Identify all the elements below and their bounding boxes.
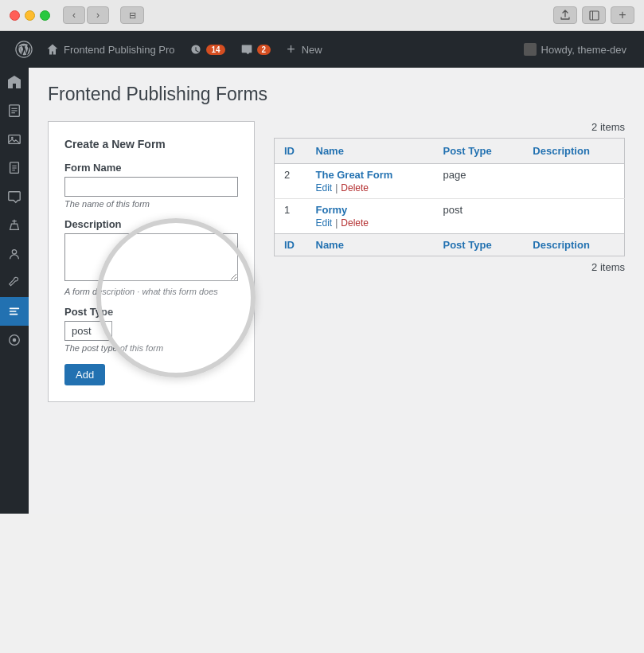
browser-navigation: ‹ ›	[63, 6, 109, 24]
action-separator: |	[335, 217, 338, 229]
col-header-name: Name	[306, 139, 434, 164]
form-section-title: Create a New Form	[64, 138, 238, 151]
svg-point-13	[12, 250, 16, 254]
col-header-post-type: Post Type	[434, 139, 524, 164]
col-header-description: Description	[523, 139, 624, 164]
sidebar-comments[interactable]	[0, 182, 29, 211]
post-type-field: Post Type post The post type of this for…	[64, 306, 238, 353]
browser-chrome: ‹ › ⊟ +	[0, 0, 644, 31]
content-grid: Create a New Form Form Name The name of …	[48, 121, 625, 402]
svg-rect-1	[592, 11, 593, 20]
admin-bar-site-name: Frontend Publishing Pro	[64, 44, 174, 56]
sidebar-users[interactable]	[0, 240, 29, 268]
description-hint: A form description · what this form does	[64, 287, 238, 296]
cell-id: 2	[275, 164, 306, 199]
cell-description	[523, 199, 624, 234]
back-button[interactable]: ‹	[63, 6, 85, 24]
wp-layout: Frontend Publishing Forms Create a New F…	[0, 68, 644, 514]
table-section: 2 items ID Name Post Type Description 2T…	[274, 121, 625, 278]
description-field: Description A form description · what th…	[64, 218, 238, 296]
cell-post-type: post	[434, 199, 524, 234]
wp-admin-bar: Frontend Publishing Pro 14 2 + New Howdy…	[0, 31, 644, 68]
delete-link[interactable]: Delete	[341, 182, 369, 194]
wp-sidebar	[0, 68, 29, 514]
sidebar-fp-active[interactable]	[0, 297, 29, 326]
action-separator: |	[335, 182, 338, 194]
svg-point-8	[11, 137, 14, 139]
post-type-label: Post Type	[64, 306, 238, 318]
browser-actions: +	[553, 6, 634, 24]
delete-link[interactable]: Delete	[341, 217, 369, 229]
edit-link[interactable]: Edit	[316, 182, 333, 194]
sidebar-dashboard[interactable]	[0, 68, 29, 96]
new-tab-button[interactable]: +	[611, 6, 634, 24]
wp-content: Frontend Publishing Forms Create a New F…	[29, 68, 644, 514]
share-button[interactable]	[553, 6, 577, 24]
post-type-value: post	[64, 321, 112, 341]
forms-table: ID Name Post Type Description 2The Great…	[274, 138, 625, 256]
footer-col-name: Name	[306, 234, 434, 256]
sidebar-plugins[interactable]	[0, 211, 29, 240]
sidebar-posts[interactable]	[0, 96, 29, 125]
maximize-button[interactable]	[40, 10, 50, 21]
traffic-lights	[10, 10, 50, 21]
updates-badge: 14	[206, 45, 224, 55]
form-name-input[interactable]	[64, 177, 238, 197]
svg-point-15	[13, 338, 17, 342]
cell-name: FormyEdit|Delete	[306, 199, 434, 234]
cell-name: The Great FormEdit|Delete	[306, 164, 434, 199]
table-row: 2The Great FormEdit|Deletepage	[275, 164, 625, 199]
admin-bar-new[interactable]: + New	[279, 31, 330, 68]
sidebar-customize[interactable]	[0, 326, 29, 354]
admin-bar-user[interactable]: Howdy, theme-dev	[516, 43, 634, 56]
user-avatar	[524, 43, 537, 56]
footer-col-post-type: Post Type	[434, 234, 524, 256]
post-type-hint: The post type of this form	[64, 343, 238, 353]
close-button[interactable]	[10, 10, 20, 21]
footer-col-id: ID	[275, 234, 306, 256]
cell-description	[523, 164, 624, 199]
cell-id: 1	[275, 199, 306, 234]
table-count-bottom: 2 items	[274, 261, 625, 273]
add-form-button[interactable]: Add	[64, 364, 105, 385]
svg-rect-0	[590, 11, 599, 20]
description-label: Description	[64, 218, 238, 230]
sidebar-toggle-button[interactable]: ⊟	[120, 6, 144, 24]
admin-bar-comments[interactable]: 2	[233, 31, 279, 68]
expand-button[interactable]	[582, 6, 606, 24]
table-count-top: 2 items	[274, 121, 625, 133]
wp-logo[interactable]	[10, 31, 38, 68]
admin-bar-howdy: Howdy, theme-dev	[541, 44, 626, 56]
create-form-section: Create a New Form Form Name The name of …	[48, 121, 255, 402]
admin-bar-items: Frontend Publishing Pro 14 2 + New	[38, 31, 516, 68]
page-title: Frontend Publishing Forms	[48, 84, 625, 105]
form-name-field: Form Name The name of this form	[64, 162, 238, 209]
footer-col-description: Description	[523, 234, 624, 256]
description-input[interactable]	[64, 233, 238, 281]
form-name-label: Form Name	[64, 162, 238, 174]
col-header-id: ID	[275, 139, 306, 164]
cell-post-type: page	[434, 164, 524, 199]
sidebar-tools[interactable]	[0, 268, 29, 297]
table-footer-row: ID Name Post Type Description	[275, 234, 625, 256]
sidebar-pages[interactable]	[0, 154, 29, 182]
form-name-hint: The name of this form	[64, 199, 238, 209]
table-row: 1FormyEdit|Deletepost	[275, 199, 625, 234]
sidebar-media[interactable]	[0, 125, 29, 154]
minimize-button[interactable]	[25, 10, 35, 21]
table-header-row: ID Name Post Type Description	[275, 139, 625, 164]
admin-bar-home[interactable]: Frontend Publishing Pro	[38, 31, 182, 68]
forward-button[interactable]: ›	[87, 6, 109, 24]
admin-bar-new-label: New	[302, 44, 322, 56]
admin-bar-updates[interactable]: 14	[182, 31, 232, 68]
comments-badge: 2	[257, 45, 271, 55]
edit-link[interactable]: Edit	[316, 217, 333, 229]
